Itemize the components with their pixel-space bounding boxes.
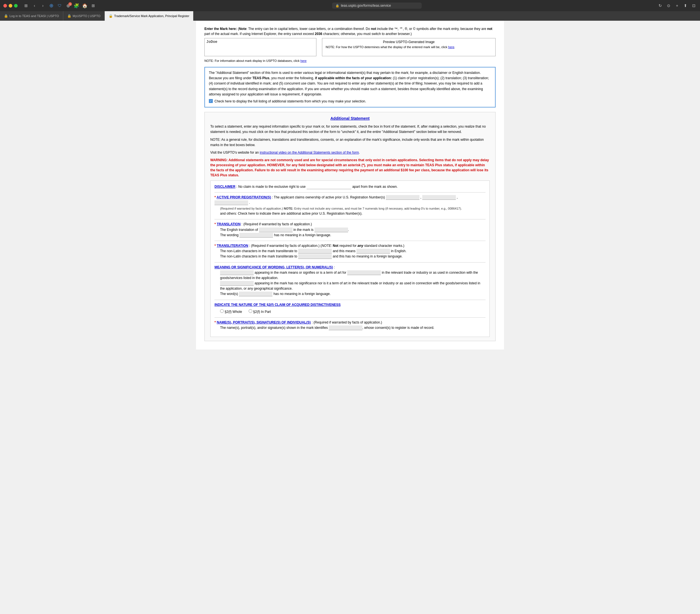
maximize-button[interactable] <box>14 4 18 8</box>
divider-1 <box>214 192 486 193</box>
enter-mark-label: Enter the Mark here: <box>204 27 237 31</box>
acquired-in-part-radio[interactable] <box>249 309 252 313</box>
url-box[interactable]: 🔒 teas.uspto.gov/forms/teas.service <box>332 2 422 9</box>
navigation-controls: ⊞ ‹ › ⊕ 🛡 ⊕ 1 🧩 🏠 ⊞ <box>23 3 96 9</box>
comma-2: , <box>457 195 458 199</box>
translation-row: * TRANSLATION : (Required if warranted b… <box>214 222 486 238</box>
stmt-instruction-3: Visit the USPTO's website for an instruc… <box>210 150 490 155</box>
bottom-note-text: NOTE: For information about mark display… <box>204 59 300 62</box>
translation-link[interactable]: TRANSLATION <box>217 222 240 226</box>
transliteration-row: * TRANSLITERATION : (Required if warrant… <box>214 243 486 259</box>
preview-here-link[interactable]: here <box>448 45 454 49</box>
divider-5 <box>214 300 486 300</box>
additional-statement-title: Additional Statement <box>210 116 490 120</box>
forward-button[interactable]: › <box>40 3 46 9</box>
stmt-instruction-2: NOTE: As a general rule, for disclaimers… <box>210 137 490 148</box>
names-portraits-link[interactable]: NAME(S), PORTRAIT(S), SIGNATURE(S) OF IN… <box>217 320 311 324</box>
tab-icon-1: 🔒 <box>4 14 8 18</box>
downloads-icon[interactable]: ⊙ <box>666 3 672 9</box>
instructional-video-link[interactable]: instructional video on the Additional St… <box>260 151 359 154</box>
form-section: DISCLAIMER : No claim is made to the exc… <box>210 180 490 337</box>
tab-myuspto[interactable]: 🔒 MyUSPTO | USPTO <box>63 11 105 21</box>
share-icon[interactable]: ⬆ <box>683 3 688 9</box>
reg-num-2[interactable] <box>422 195 456 200</box>
refresh-icon[interactable]: ↻ <box>658 3 663 9</box>
acquired-whole-radio[interactable] <box>220 309 224 313</box>
meaning-line2: appearing in the mark has no significanc… <box>220 281 486 291</box>
notification-badge[interactable]: ⊕ 1 <box>65 3 71 9</box>
meaning-line3: The word(s) has no meaning in a foreign … <box>220 291 486 297</box>
translit-line2: The non-Latin characters in the mark tra… <box>220 254 486 259</box>
minimize-button[interactable] <box>9 4 12 8</box>
translation-wording[interactable] <box>239 233 273 238</box>
preview-note: NOTE: For how the USPTO determines what … <box>326 45 492 49</box>
translit-input2[interactable] <box>298 254 332 259</box>
reg-num-1[interactable] <box>386 195 420 200</box>
checkbox-full-listing[interactable]: ✓ <box>209 99 213 103</box>
tab-teas-login[interactable]: 🔒 Log in to TEAS and TEASI | USPTO <box>0 11 63 21</box>
translation-meaning[interactable] <box>314 228 348 232</box>
reg-num-3[interactable] <box>214 200 248 205</box>
acquired-in-part-text: §2(f) In Part <box>253 310 271 314</box>
title-bar: ⊞ ‹ › ⊕ 🛡 ⊕ 1 🧩 🏠 ⊞ 🔒 teas.uspto.gov/for… <box>0 0 700 11</box>
url-text: teas.uspto.gov/forms/teas.service <box>341 4 391 8</box>
disclaimer-input[interactable] <box>307 184 351 189</box>
tab-label-3: Trademark/Service Mark Application, Prin… <box>114 14 190 18</box>
mark-section: Preview USPTO-Generated Image NOTE: For … <box>204 38 496 56</box>
preview-box: Preview USPTO-Generated Image NOTE: For … <box>322 38 496 56</box>
toolbar-right: ↻ ⊙ + ⬆ ⊡ <box>658 3 697 9</box>
mark-entry-description: Enter the Mark here: (Note: The entry ca… <box>204 26 496 36</box>
back-button[interactable]: ‹ <box>32 3 37 9</box>
required-star-4: * <box>214 320 217 324</box>
and-others-text: and others: Check here to indicate there… <box>220 212 362 216</box>
mark-note-paren: (Note: The entry can be in capital lette… <box>204 27 492 36</box>
meaning-link[interactable]: MEANING OR SIGNIFICANCE OF WORDING, LETT… <box>214 265 333 269</box>
extensions-icon[interactable]: 🧩 <box>74 3 79 9</box>
translit-line1: The non-Latin characters in the mark tra… <box>220 248 486 254</box>
page-content: Enter the Mark here: (Note: The entry ca… <box>196 21 504 349</box>
meaning-term[interactable] <box>347 270 381 275</box>
lock-icon: 🔒 <box>335 4 339 8</box>
meaning-word2[interactable] <box>220 281 254 286</box>
tab-label-1: Log in to TEAS and TEASI | USPTO <box>10 14 59 18</box>
translit-input1[interactable] <box>298 249 332 254</box>
meaning-word1[interactable] <box>220 270 254 275</box>
acquired-link[interactable]: INDICATE THE NATURE OF THE §2(f) CLAIM O… <box>214 303 340 307</box>
checkbox-text: Check here to display the full listing o… <box>214 99 366 104</box>
translation-word[interactable] <box>259 228 292 232</box>
shield-icon: 🛡 <box>57 3 62 9</box>
squares-icon[interactable]: ⊞ <box>23 3 29 9</box>
tab-bar: 🔒 Log in to TEAS and TEASI | USPTO 🔒 MyU… <box>0 11 700 21</box>
translation-line2: The wording has no meaning in a foreign … <box>220 232 486 238</box>
close-button[interactable] <box>3 4 7 8</box>
acquired-in-part-label[interactable]: §2(f) In Part <box>249 310 271 314</box>
bottom-here-link[interactable]: here <box>300 59 307 62</box>
and-others-row: and others: Check here to indicate there… <box>220 211 486 216</box>
translit-meaning1[interactable] <box>357 249 390 254</box>
tabs-icon[interactable]: ⊡ <box>691 3 697 9</box>
tab-trademark[interactable]: 🔒 Trademark/Service Mark Application, Pr… <box>105 11 194 21</box>
grid-icon[interactable]: ⊞ <box>90 3 96 9</box>
names-portraits-line1: The name(s), portrait(s), and/or signatu… <box>220 325 486 331</box>
meaning-colon: : <box>334 265 335 269</box>
active-prior-sub-note: (Required if warranted by facts of appli… <box>220 206 486 211</box>
info-box-text: The "Additional Statement" section of th… <box>209 70 491 97</box>
disclaimer-link[interactable]: DISCLAIMER <box>214 185 236 189</box>
meaning-word3[interactable] <box>239 292 273 296</box>
home-icon[interactable]: 🏠 <box>82 3 88 9</box>
required-star-2: * <box>214 222 217 226</box>
transliteration-link[interactable]: TRANSLITERATION <box>217 244 248 248</box>
active-prior-link[interactable]: ACTIVE PRIOR REGISTRATION(S) <box>217 195 271 199</box>
mark-input[interactable] <box>204 38 316 56</box>
acquired-whole-label[interactable]: §2(f) Whole <box>220 310 243 314</box>
meaning-row: MEANING OR SIGNIFICANCE OF WORDING, LETT… <box>214 265 486 297</box>
add-tab-icon[interactable]: + <box>674 3 680 9</box>
acquired-options: §2(f) Whole §2(f) In Part <box>220 309 486 315</box>
bookmarks-icon[interactable]: ⊕ <box>48 3 54 9</box>
translation-sub: : (Required if warranted by facts of app… <box>241 222 312 226</box>
meaning-line1: appearing in the mark means or signifies… <box>220 270 486 281</box>
active-prior-row: * ACTIVE PRIOR REGISTRATION(S) : The app… <box>214 195 486 216</box>
disclaimer-row: DISCLAIMER : No claim is made to the exc… <box>214 184 486 190</box>
individual-name[interactable] <box>329 325 362 330</box>
divider-3 <box>214 241 486 241</box>
